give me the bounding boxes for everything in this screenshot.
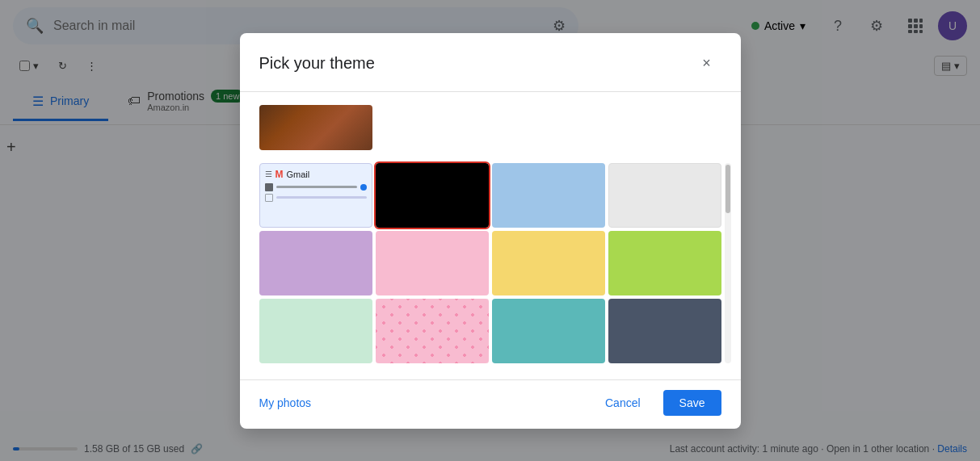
envelope-icon: [265, 183, 273, 191]
theme-mint[interactable]: [259, 299, 372, 363]
theme-floral[interactable]: [376, 299, 489, 363]
gmail-text: Gmail: [287, 170, 310, 179]
theme-grid-container: ☰ M Gmail: [259, 163, 721, 363]
my-photos-button[interactable]: My photos: [259, 396, 312, 409]
theme-grid: ☰ M Gmail: [259, 163, 721, 363]
cancel-button[interactable]: Cancel: [592, 390, 654, 416]
modal-footer: My photos Cancel Save: [240, 379, 741, 429]
theme-pink[interactable]: [376, 231, 489, 295]
gmail-preview-header: ☰ M Gmail: [265, 169, 367, 180]
preview-lines: [265, 183, 367, 202]
menu-icon: ☰: [265, 170, 272, 178]
modal-header: Pick your theme ×: [240, 33, 741, 92]
preview-line-1: [265, 183, 367, 191]
modal-body: ☰ M Gmail: [240, 92, 741, 379]
theme-yellow[interactable]: [492, 231, 605, 295]
gmail-m-icon: M: [275, 169, 284, 180]
line-bar: [276, 186, 357, 188]
preview-line-2: [265, 194, 367, 202]
theme-default[interactable]: ☰ M Gmail: [259, 163, 372, 228]
theme-picker-modal: Pick your theme × ☰ M Gmail: [240, 33, 741, 429]
modal-actions: Cancel Save: [592, 390, 721, 416]
theme-black[interactable]: [376, 163, 489, 228]
current-theme-preview: [259, 105, 721, 150]
scroll-thumb: [726, 165, 730, 213]
save-button[interactable]: Save: [663, 390, 721, 416]
theme-teal[interactable]: [492, 299, 605, 363]
theme-light-blue[interactable]: [492, 163, 605, 228]
theme-green[interactable]: [608, 231, 721, 295]
modal-title: Pick your theme: [259, 54, 375, 73]
close-button[interactable]: ×: [692, 49, 721, 78]
theme-light-gray[interactable]: [608, 163, 721, 228]
grid-scrollbar[interactable]: [725, 163, 731, 363]
modal-overlay: Pick your theme × ☰ M Gmail: [0, 0, 980, 448]
theme-purple[interactable]: [259, 231, 372, 295]
theme-dark-blue[interactable]: [608, 299, 721, 363]
chat-icon: [265, 194, 273, 202]
